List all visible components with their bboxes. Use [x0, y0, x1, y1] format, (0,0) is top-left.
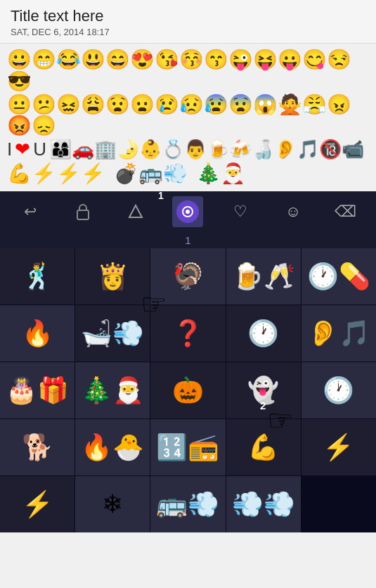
emoji-cell-pumpkin[interactable]: 🎃: [150, 362, 225, 418]
emoji-keyboard[interactable]: 🕺 👸 🦃 🍺🥂 🕐💊 🔥 🛁💨 ❓ 🕐 👂🎵 🎂🎁 🎄🎅 🎃 👻 🕐 🐕 🔥🐣…: [0, 248, 376, 532]
backspace-icon: ⌫: [335, 203, 356, 221]
emoji-cell-beer[interactable]: 🍺🥂: [226, 248, 301, 305]
emoji-misc-row4c: 🎄🎅: [196, 162, 245, 186]
emoji-cell-bus[interactable]: 🚌💨: [150, 476, 225, 532]
emoji-cell-fire1[interactable]: 🔥: [0, 305, 74, 362]
emoji-cell-lightning1[interactable]: ⚡: [302, 419, 376, 475]
text-i: I: [7, 139, 12, 160]
heart-emoji: ❤: [15, 139, 30, 160]
emoji-cell-cake[interactable]: 🎂🎁: [0, 362, 74, 418]
undo-button[interactable]: ↩: [15, 196, 46, 227]
emoji-row-1: 😀😁😂😃😄😍😘😚😙😜😝😛😋😒😎: [7, 49, 369, 93]
emoji-row-2: 😐😕😖😩😧😦😢😥😰😨😱🙅😤😠😡😞: [7, 94, 369, 138]
emoji-cell-snowflake[interactable]: ❄: [75, 476, 150, 532]
emoji-cell-ear[interactable]: 👂🎵: [302, 305, 376, 362]
emoji-faces-row1: 😀😁😂😃😄😍😘😚😙😜😝😛😋😒😎: [7, 49, 369, 93]
emoji-cell-wind[interactable]: 💨💨: [226, 476, 301, 532]
emoji-row-3: I ❤ U 👨‍👩‍👦🚗🏢🌛👶💍👨🍺🍻🍶👂🎵🔞📹: [7, 139, 369, 160]
emoji-cell-question[interactable]: ❓: [150, 305, 225, 362]
svg-rect-0: [77, 210, 89, 219]
svg-point-2: [186, 210, 190, 214]
emoji-cell-clock1[interactable]: 🕐💊: [302, 248, 376, 305]
page-indicator: 1 1: [0, 232, 376, 248]
text-u: U: [33, 139, 46, 160]
emoji-display-area: 😀😁😂😃😄😍😘😚😙😜😝😛😋😒😎 😐😕😖😩😧😦😢😥😰😨😱🙅😤😠😡😞 I ❤ U 👨…: [0, 44, 376, 191]
emoji-misc-row4: 💪⚡⚡⚡: [7, 162, 105, 186]
emoji-cell-ghost[interactable]: 👻: [226, 362, 301, 418]
emoji-cell-fire2[interactable]: 🔥🐣: [75, 419, 150, 475]
emoji-cell-dancer[interactable]: 🕺: [0, 248, 74, 305]
page-subtitle: SAT, DEC 6, 2014 18:17: [11, 27, 365, 37]
emoji-misc-row3: 👨‍👩‍👦🚗🏢🌛👶💍👨🍺🍻🍶👂🎵🔞📹: [49, 139, 364, 160]
emoji-cell-lightning2[interactable]: ⚡: [0, 476, 74, 532]
lock-button[interactable]: [67, 196, 98, 227]
lock-icon: [75, 203, 91, 221]
emoji-faces-row2: 😐😕😖😩😧😦😢😥😰😨😱🙅😤😠😡😞: [7, 94, 369, 138]
emoji-cell-turkey[interactable]: 🦃: [150, 248, 225, 305]
heart-icon: ♡: [233, 203, 247, 221]
emoji-cell-xmas[interactable]: 🎄🎅: [75, 362, 150, 418]
emoji-cell-number[interactable]: 🔢📻: [150, 419, 225, 475]
smiley-button[interactable]: ☺: [278, 196, 309, 227]
circle-active-button[interactable]: [172, 196, 203, 227]
emoji-grid: 🕺 👸 🦃 🍺🥂 🕐💊 🔥 🛁💨 ❓ 🕐 👂🎵 🎂🎁 🎄🎅 🎃 👻 🕐 🐕 🔥🐣…: [0, 248, 376, 532]
page-title: Title text here: [11, 7, 365, 25]
header-section: Title text here SAT, DEC 6, 2014 18:17: [0, 0, 376, 44]
heart-button[interactable]: ♡: [225, 196, 256, 227]
smiley-icon: ☺: [285, 203, 301, 221]
emoji-cell-clock2[interactable]: 🕐: [226, 305, 301, 362]
emoji-cell-muscle[interactable]: 💪: [226, 419, 301, 475]
emoji-cell-bath[interactable]: 🛁💨: [75, 305, 150, 362]
undo-icon: ↩: [24, 203, 37, 221]
emoji-misc-row4b: 💣🚌💨: [114, 162, 188, 186]
triangle-icon: [127, 203, 144, 220]
backspace-button[interactable]: ⌫: [330, 196, 361, 227]
active-circle-icon: [176, 200, 199, 223]
emoji-cell-princess[interactable]: 👸: [75, 248, 150, 305]
emoji-cell-clock3[interactable]: 🕐: [302, 362, 376, 418]
emoji-toolbar: ↩ ♡ ☺ ⌫: [0, 191, 376, 232]
emoji-row-4: 💪⚡⚡⚡ 💣🚌💨 🎄🎅: [7, 162, 369, 186]
triangle-button[interactable]: [120, 196, 151, 227]
indicator-number: 1: [185, 234, 190, 246]
emoji-cell-dog[interactable]: 🐕: [0, 419, 74, 475]
cursor1-label: 1: [158, 190, 164, 201]
